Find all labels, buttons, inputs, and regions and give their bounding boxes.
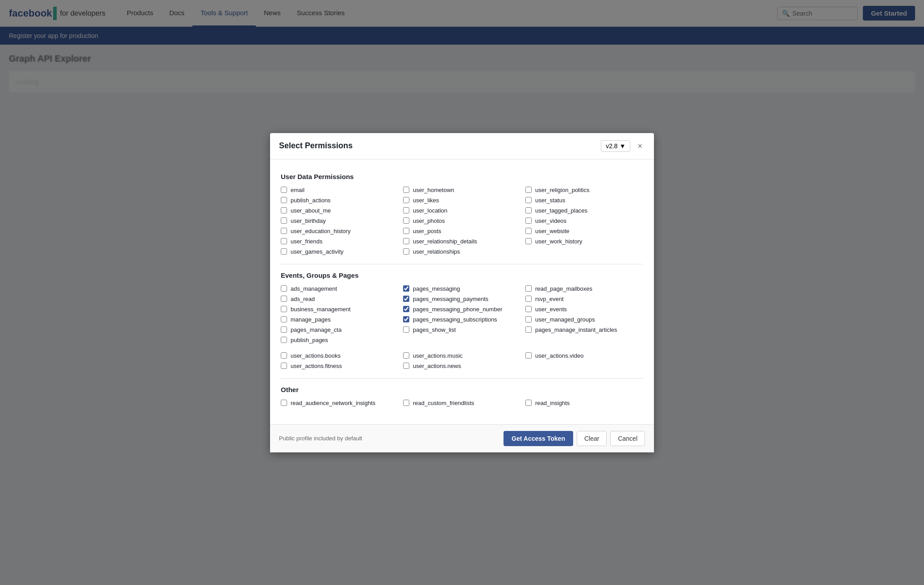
modal-overlay: Select Permissions v2.8 ▼ × User Data Pe… xyxy=(0,0,924,101)
